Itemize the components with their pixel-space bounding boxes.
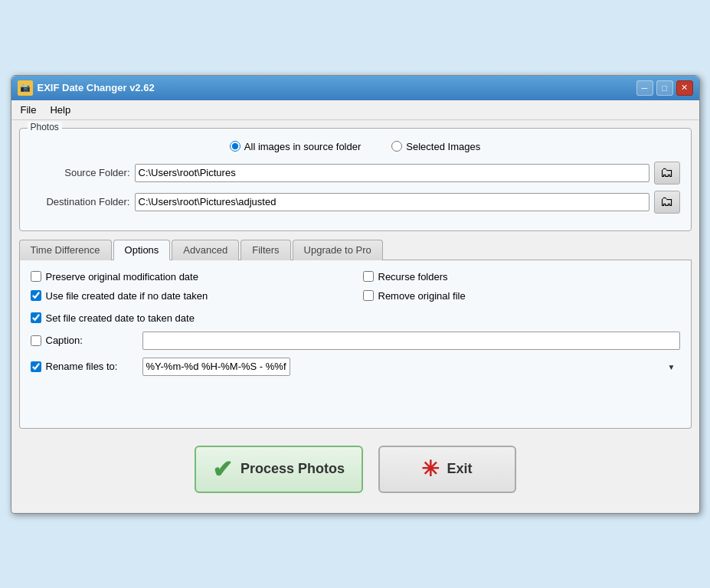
tabs-container: Time Difference Options Advanced Filters… xyxy=(19,239,692,429)
caption-label: Caption: xyxy=(46,335,138,346)
tab-filters[interactable]: Filters xyxy=(240,240,290,260)
radio-selected-label: Selected Images xyxy=(406,141,480,152)
recurse-folders-input[interactable] xyxy=(363,271,374,282)
menu-file[interactable]: File xyxy=(18,103,40,117)
tab-upgrade[interactable]: Upgrade to Pro xyxy=(293,240,383,260)
remove-original-input[interactable] xyxy=(363,290,374,301)
rename-label: Rename files to: xyxy=(46,361,138,372)
radio-all-images[interactable]: All images in source folder xyxy=(230,141,361,152)
minimize-button[interactable]: ─ xyxy=(636,80,653,96)
rename-select[interactable]: %Y-%m-%d %H-%M-%S - %%f xyxy=(142,358,290,376)
destination-folder-browse-button[interactable]: 🗂 xyxy=(654,191,680,214)
menubar: File Help xyxy=(11,100,699,120)
tab-bar: Time Difference Options Advanced Filters… xyxy=(19,239,692,260)
recurse-folders-label: Recurse folders xyxy=(378,271,448,283)
recurse-folders-checkbox[interactable]: Recurse folders xyxy=(363,271,680,283)
use-created-date-input[interactable] xyxy=(31,290,41,301)
tab-time-difference[interactable]: Time Difference xyxy=(19,240,112,260)
bottom-bar: ✔ Process Photos ✳ Exit xyxy=(19,435,692,505)
set-created-date-input[interactable] xyxy=(31,312,41,323)
source-folder-input[interactable] xyxy=(135,164,649,182)
caption-row: Caption: xyxy=(31,332,680,350)
process-photos-button[interactable]: ✔ Process Photos xyxy=(195,446,363,493)
options-grid: Preserve original modification date Recu… xyxy=(31,271,680,302)
source-folder-browse-button[interactable]: 🗂 xyxy=(654,162,680,185)
content-area: Photos All images in source folder Selec… xyxy=(11,120,699,513)
radio-selected-images[interactable]: Selected Images xyxy=(391,141,480,152)
caption-checkbox-input[interactable] xyxy=(31,335,41,346)
close-button[interactable]: ✕ xyxy=(676,80,693,96)
app-icon: 📷 xyxy=(18,80,33,96)
preserve-modification-label: Preserve original modification date xyxy=(46,271,198,283)
source-folder-row: Source Folder: 🗂 xyxy=(31,162,680,185)
main-window: 📷 EXIF Date Changer v2.62 ─ □ ✕ File Hel… xyxy=(11,75,700,514)
set-created-date-label: Set file created date to taken date xyxy=(46,312,195,324)
radio-selected-input[interactable] xyxy=(391,141,402,152)
destination-folder-row: Destination Folder: 🗂 xyxy=(31,191,680,214)
remove-original-checkbox[interactable]: Remove original file xyxy=(363,290,680,302)
title-bar: 📷 EXIF Date Changer v2.62 ─ □ ✕ xyxy=(11,76,699,100)
preserve-modification-checkbox[interactable]: Preserve original modification date xyxy=(31,271,348,283)
tab-options[interactable]: Options xyxy=(113,240,171,260)
destination-folder-input[interactable] xyxy=(135,193,649,211)
menu-help[interactable]: Help xyxy=(47,103,74,117)
radio-row: All images in source folder Selected Ima… xyxy=(31,141,680,152)
rename-checkbox-input[interactable] xyxy=(31,361,41,372)
set-created-date-checkbox[interactable]: Set file created date to taken date xyxy=(31,312,680,324)
exit-button[interactable]: ✳ Exit xyxy=(378,446,516,493)
photos-group-legend: Photos xyxy=(28,122,62,132)
radio-all-input[interactable] xyxy=(230,141,240,152)
rename-select-wrapper: %Y-%m-%d %H-%M-%S - %%f xyxy=(142,358,680,376)
exit-spin-icon: ✳ xyxy=(421,456,439,482)
exit-label: Exit xyxy=(447,461,472,477)
folder-browse-icon-2: 🗂 xyxy=(660,194,674,210)
folder-browse-icon: 🗂 xyxy=(660,165,674,181)
rename-row: Rename files to: %Y-%m-%d %H-%M-%S - %%f xyxy=(31,358,680,376)
checkmark-icon: ✔ xyxy=(212,455,233,484)
radio-all-label: All images in source folder xyxy=(244,141,361,152)
use-created-date-label: Use file created date if no date taken xyxy=(46,290,208,302)
remove-original-label: Remove original file xyxy=(378,290,466,302)
window-title: EXIF Date Changer v2.62 xyxy=(38,82,155,93)
process-photos-label: Process Photos xyxy=(240,461,345,477)
destination-folder-label: Destination Folder: xyxy=(31,196,130,207)
photos-group: Photos All images in source folder Selec… xyxy=(19,128,692,231)
tab-content-options: Preserve original modification date Recu… xyxy=(19,260,692,429)
maximize-button[interactable]: □ xyxy=(656,80,673,96)
use-created-date-checkbox[interactable]: Use file created date if no date taken xyxy=(31,290,348,302)
title-buttons: ─ □ ✕ xyxy=(636,80,693,96)
preserve-modification-input[interactable] xyxy=(31,271,41,282)
caption-input[interactable] xyxy=(142,332,680,350)
source-folder-label: Source Folder: xyxy=(31,167,130,178)
title-bar-left: 📷 EXIF Date Changer v2.62 xyxy=(18,80,155,96)
tab-advanced[interactable]: Advanced xyxy=(172,240,239,260)
